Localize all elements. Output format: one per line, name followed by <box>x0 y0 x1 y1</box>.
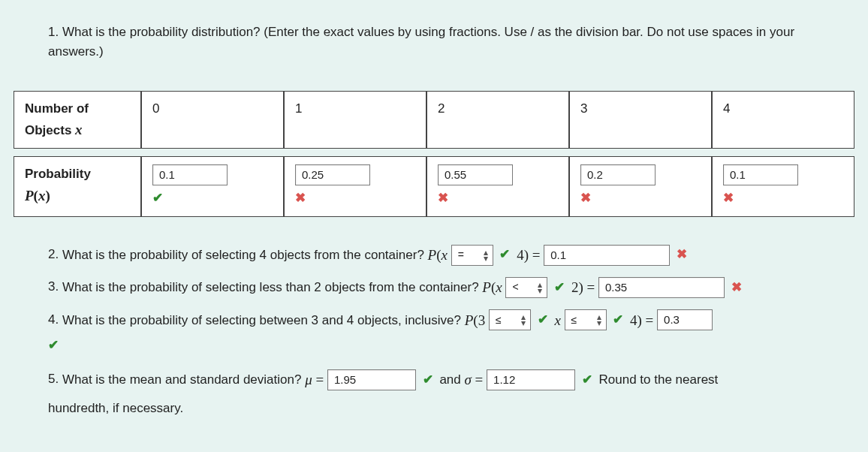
check-icon: ✔ <box>423 372 433 387</box>
cross-icon: ✖ <box>438 188 558 208</box>
cross-icon: ✖ <box>295 188 415 208</box>
chevron-updown-icon: ▴▾ <box>538 282 542 294</box>
probability-cell: 0.55 ✖ <box>426 156 569 216</box>
comparison-select[interactable]: = ▴▾ <box>451 245 493 266</box>
x-value-cell: 1 <box>284 91 426 149</box>
question-5: 5. What is the mean and standard deviati… <box>48 369 854 390</box>
table-header-row: Number of Objects x 0 1 2 3 4 <box>14 91 854 149</box>
cross-icon: ✖ <box>723 188 843 208</box>
probability-cell: 0.1 ✖ <box>712 156 854 216</box>
cross-icon: ✖ <box>580 188 701 208</box>
comparison-select[interactable]: ≤ ▴▾ <box>489 309 531 330</box>
answer-input[interactable]: 0.35 <box>598 277 725 298</box>
probability-input[interactable]: 0.1 <box>723 164 798 185</box>
probability-cell: 0.1 ✔ <box>141 156 284 216</box>
chevron-updown-icon: ▴▾ <box>597 314 601 326</box>
probability-input[interactable]: 0.55 <box>438 164 513 185</box>
sigma-input[interactable]: 1.12 <box>487 369 575 390</box>
probability-cell: 0.2 ✖ <box>569 156 712 216</box>
question-4: 4. What is the probability of selecting … <box>48 309 854 331</box>
check-icon: ✔ <box>152 188 273 208</box>
check-icon: ✔ <box>582 372 592 387</box>
question-1-text: 1. What is the probability distribution?… <box>48 23 844 62</box>
distribution-table: Number of Objects x 0 1 2 3 4 Probabilit… <box>14 83 854 224</box>
x-value-cell: 4 <box>712 91 854 149</box>
q1-body: What is the probability distribution? (E… <box>48 25 794 59</box>
question-2: 2. What is the probability of selecting … <box>48 244 854 266</box>
x-value-cell: 3 <box>569 91 712 149</box>
check-icon: ✔ <box>48 336 854 355</box>
table-probability-row: Probability P(x) 0.1 ✔ 0.25 ✖ 0.55 ✖ 0.2… <box>14 156 854 216</box>
header-number-of-objects: Number of Objects x <box>14 91 141 149</box>
question-3: 3. What is the probability of selecting … <box>48 276 854 298</box>
header-probability: Probability P(x) <box>14 156 141 216</box>
check-icon: ✔ <box>613 312 623 327</box>
check-icon: ✔ <box>538 312 548 327</box>
x-value-cell: 2 <box>426 91 569 149</box>
probability-cell: 0.25 ✖ <box>284 156 426 216</box>
comparison-select[interactable]: < ▴▾ <box>505 277 547 298</box>
chevron-updown-icon: ▴▾ <box>521 314 526 326</box>
x-value-cell: 0 <box>141 91 284 149</box>
probability-input[interactable]: 0.1 <box>152 164 228 185</box>
question-5-tail: hundredth, if necessary. <box>48 399 854 418</box>
check-icon: ✔ <box>554 280 565 294</box>
answer-input[interactable]: 0.3 <box>657 309 713 330</box>
answer-input[interactable]: 0.1 <box>544 245 670 266</box>
cross-icon: ✖ <box>731 280 742 294</box>
q1-number: 1. <box>48 25 59 39</box>
comparison-select[interactable]: ≤ ▴▾ <box>565 309 607 330</box>
cross-icon: ✖ <box>677 247 687 261</box>
probability-input[interactable]: 0.25 <box>295 164 370 185</box>
probability-input[interactable]: 0.2 <box>580 164 656 185</box>
check-icon: ✔ <box>499 247 510 261</box>
chevron-updown-icon: ▴▾ <box>484 249 488 261</box>
mu-input[interactable]: 1.95 <box>327 369 416 390</box>
